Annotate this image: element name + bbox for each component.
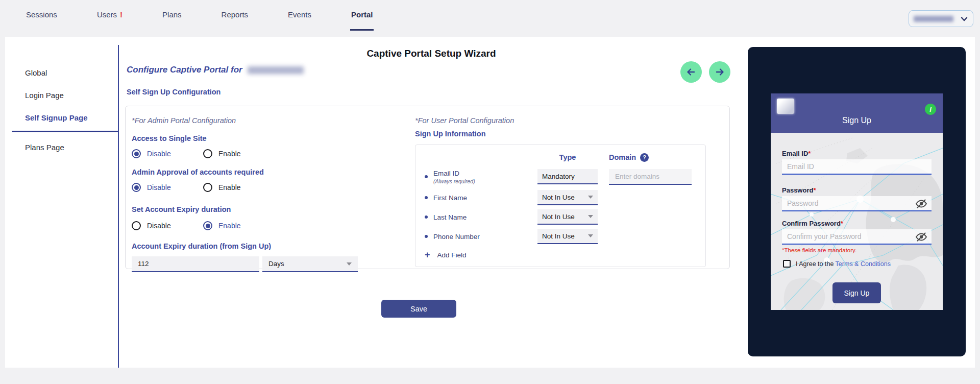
preview-signup-button[interactable]: Sign Up (832, 282, 881, 303)
table-row-email: Email ID (Always required) Mandatory (423, 165, 698, 188)
configure-subtitle: Configure Captive Portal for (127, 65, 304, 75)
info-icon[interactable]: i (925, 104, 936, 115)
email-domain-input[interactable] (609, 169, 692, 185)
account-name-redacted (914, 16, 953, 22)
radio-unselected-icon (203, 149, 212, 158)
tab-sessions[interactable]: Sessions (25, 0, 58, 31)
radio-unselected-icon (132, 221, 141, 230)
tab-sessions-label: Sessions (26, 10, 57, 19)
eye-off-icon[interactable] (915, 198, 927, 209)
tab-plans-label: Plans (162, 10, 182, 19)
tab-reports[interactable]: Reports (220, 0, 250, 31)
domain-header-label: Domain (609, 153, 636, 161)
terms-agree-row: I Agree to the Terms & Conditions (783, 260, 891, 268)
radio-option-label: Enable (218, 150, 241, 158)
confirm-password-input[interactable] (782, 229, 932, 245)
email-label: Email ID* (782, 150, 811, 157)
self-signup-config-heading: Self Sign Up Configuration (127, 88, 220, 96)
sidebar-item-login-page[interactable]: Login Page (25, 91, 64, 100)
phone-number-type-select[interactable]: Not In Use (537, 229, 598, 244)
wizard-next-button[interactable] (709, 61, 730, 83)
account-expiry-toggle-label: Set Account Expiry duration (132, 205, 415, 213)
tab-users-label: Users (97, 10, 117, 19)
field-name: Phone Number (433, 233, 480, 241)
admin-portal-column: *For Admin Portal Configuration Access t… (132, 113, 415, 269)
expiry-duration-input[interactable] (132, 256, 259, 272)
admin-approval-disable-option[interactable]: Disable (132, 183, 203, 192)
caret-down-icon (588, 234, 593, 237)
password-field-wrap (782, 196, 932, 211)
bullet-icon (425, 235, 428, 238)
access-single-site-label: Access to Single Site (132, 134, 415, 142)
expiry-unit-select[interactable]: Days (262, 256, 358, 272)
type-value-label: Not In Use (542, 194, 575, 201)
add-field-button[interactable]: + Add Field (423, 246, 698, 263)
radio-option-label: Disable (147, 183, 171, 191)
tab-reports-label: Reports (222, 10, 249, 19)
add-icon: + (425, 250, 430, 259)
radio-selected-icon (203, 221, 212, 230)
agree-text-prefix: I Agree to the (796, 260, 834, 268)
radio-unselected-icon (203, 183, 212, 192)
required-asterisk: * (841, 220, 843, 227)
admin-portal-heading: *For Admin Portal Configuration (132, 116, 415, 125)
tab-events[interactable]: Events (287, 0, 312, 31)
preview-title: Sign Up (771, 116, 943, 125)
password-label-text: Password (782, 186, 813, 194)
save-button[interactable]: Save (381, 300, 456, 318)
expiry-unit-value: Days (268, 260, 284, 268)
tab-portal[interactable]: Portal (350, 0, 374, 31)
admin-approval-label: Admin Approval of accounts required (132, 168, 415, 176)
first-name-type-select[interactable]: Not In Use (537, 190, 598, 205)
content-card: Global Login Page Self Signup Page Plans… (5, 37, 975, 368)
account-expiry-toggle-options: Disable Enable (132, 221, 415, 230)
account-selector[interactable] (909, 10, 973, 27)
add-field-label: Add Field (437, 251, 467, 259)
portal-preview-panel: Sign Up i (748, 47, 966, 356)
column-header-type: Type (537, 153, 609, 161)
email-input[interactable] (782, 159, 932, 175)
preview-header: Sign Up i (771, 93, 943, 133)
user-portal-column: *For User Portal Configuration Sign Up I… (415, 113, 721, 269)
admin-approval-options: Disable Enable (132, 183, 415, 192)
table-header-row: Type Domain ? (423, 149, 698, 165)
expiry-duration-row: Days (132, 256, 415, 272)
mandatory-note: *These fields are mandatory. (782, 247, 856, 253)
signup-information-table: Type Domain ? Email ID (415, 145, 706, 267)
terms-conditions-link[interactable]: Terms & Conditions (836, 260, 891, 268)
preview-body: Email ID* Password* (771, 133, 943, 310)
type-value-label: Not In Use (542, 213, 575, 221)
signup-preview-card: Sign Up i (771, 93, 943, 310)
access-single-site-enable-option[interactable]: Enable (203, 149, 241, 158)
sidebar-item-global[interactable]: Global (25, 68, 47, 77)
sidebar-item-plans-page[interactable]: Plans Page (25, 143, 64, 152)
required-asterisk: * (813, 186, 816, 194)
table-row-phone-number: Phone Number Not In Use (423, 227, 698, 246)
password-label: Password* (782, 186, 816, 194)
wizard-back-button[interactable] (680, 61, 702, 83)
email-type-value: Mandatory (537, 169, 598, 184)
confirm-password-field-wrap (782, 229, 932, 245)
expiry-disable-option[interactable]: Disable (132, 221, 203, 230)
domain-help-icon[interactable]: ? (640, 153, 649, 162)
tab-plans[interactable]: Plans (161, 0, 183, 31)
field-note: (Always required) (433, 178, 475, 184)
last-name-type-select[interactable]: Not In Use (537, 209, 598, 225)
expiry-enable-option[interactable]: Enable (203, 221, 241, 230)
eye-off-icon[interactable] (915, 231, 927, 243)
email-field-wrap (782, 159, 932, 175)
user-portal-heading: *For User Portal Configuration (415, 116, 706, 125)
field-name: First Name (433, 194, 467, 202)
admin-approval-enable-option[interactable]: Enable (203, 183, 241, 192)
access-single-site-disable-option[interactable]: Disable (132, 149, 203, 158)
chevron-down-icon (960, 15, 968, 23)
password-input[interactable] (782, 196, 932, 211)
top-navigation: Sessions Users! Plans Reports Events Por… (0, 0, 980, 34)
caret-down-icon (588, 215, 593, 218)
terms-checkbox[interactable] (783, 260, 791, 268)
tab-users[interactable]: Users! (96, 0, 124, 31)
app-window: Sessions Users! Plans Reports Events Por… (0, 0, 980, 384)
sidebar-item-self-signup-page[interactable]: Self Signup Page (25, 113, 88, 122)
configure-subtitle-text: Configure Captive Portal for (127, 65, 242, 75)
tab-portal-label: Portal (351, 10, 373, 19)
